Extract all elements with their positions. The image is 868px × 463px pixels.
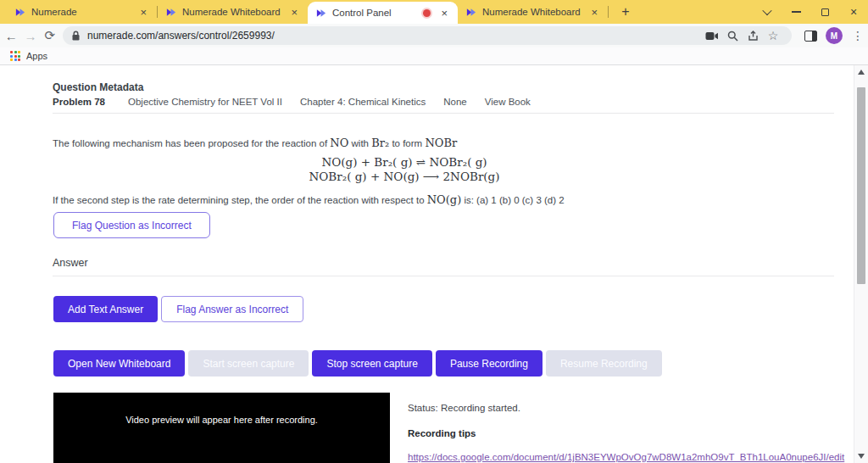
question-metadata-row: Problem 78 Objective Chemistry for NEET … — [53, 97, 531, 107]
recording-tips-heading: Recording tips — [408, 428, 832, 438]
recording-controls: Open New Whiteboard Start screen capture… — [53, 350, 662, 377]
lock-icon — [71, 31, 81, 42]
text-fragment: is: (a) 1 (b) 0 (c) 3 (d) 2 — [461, 195, 564, 205]
browser-toolbar: ← → ⟳ numerade.com/answers/control/26599… — [0, 24, 868, 47]
start-screen-capture-button[interactable]: Start screen capture — [188, 350, 309, 377]
tab-close-icon[interactable]: × — [438, 7, 450, 20]
video-preview-placeholder: Video preview will appear here after rec… — [53, 415, 390, 425]
flag-question-button[interactable]: Flag Question as Incorrect — [53, 212, 210, 238]
tab-search-chevron-icon[interactable] — [753, 0, 782, 24]
tab-numerade[interactable]: Numerade × — [7, 0, 157, 24]
tab-whiteboard-2[interactable]: Numerade Whiteboard × — [458, 0, 608, 24]
window-minimize-button[interactable] — [782, 0, 810, 24]
tab-strip: Numerade × Numerade Whiteboard × Control… — [0, 0, 868, 24]
forward-icon[interactable]: → — [23, 25, 39, 46]
problem-number: Problem 78 — [53, 97, 105, 107]
tab-close-icon[interactable]: × — [288, 6, 300, 19]
text-fragment: with — [348, 138, 371, 148]
numerade-favicon-icon — [465, 7, 476, 18]
tabstrip-left-pad — [0, 0, 7, 24]
text-fragment: to form — [389, 138, 425, 148]
recording-status: Status: Recording started. — [408, 403, 832, 413]
tab-close-icon[interactable]: × — [588, 6, 600, 19]
window-controls: × — [753, 0, 868, 24]
scrollbar-down-icon[interactable] — [858, 454, 865, 459]
tab-title: Numerade Whiteboard — [482, 7, 582, 17]
control-panel-page: Question Metadata Problem 78 Objective C… — [0, 65, 854, 463]
stop-screen-capture-button[interactable]: Stop screen capture — [312, 350, 431, 377]
bookmark-star-icon[interactable]: ☆ — [763, 26, 783, 45]
address-bar[interactable]: numerade.com/answers/control/2659993/ ☆ — [63, 26, 792, 45]
math-fragment: NO — [330, 137, 348, 149]
math-fragment: NOBr — [425, 137, 457, 149]
equation-line: NO(g) + Br₂( g) ⇌ NOBr₂( g) — [53, 155, 756, 170]
page-scrollbar[interactable] — [854, 65, 868, 463]
toolbar-right: M ⋮ — [800, 26, 868, 45]
status-panel: Status: Recording started. Recording tip… — [408, 403, 832, 462]
add-text-answer-button[interactable]: Add Text Answer — [53, 296, 158, 322]
recording-indicator-icon — [423, 9, 431, 17]
numerade-favicon-icon — [165, 7, 176, 18]
profile-avatar[interactable]: M — [826, 27, 843, 44]
divider — [53, 276, 834, 276]
chapter-title: Chapter 4: Chemical Kinetics — [300, 97, 426, 107]
math-fragment: NO(g) — [427, 193, 462, 206]
equation-line: NOBr₂( g) + NO(g) ⟶ 2NOBr(g) — [53, 170, 756, 184]
pause-recording-button[interactable]: Pause Recording — [436, 350, 542, 377]
text-fragment: The following mechanism has been propose… — [53, 138, 330, 148]
apps-grid-icon — [10, 51, 20, 61]
view-book-link[interactable]: View Book — [485, 97, 531, 107]
tab-whiteboard-1[interactable]: Numerade Whiteboard × — [158, 0, 308, 24]
share-icon[interactable] — [743, 26, 763, 45]
bookmark-apps[interactable]: Apps — [26, 51, 47, 61]
recording-tips-link[interactable]: https://docs.google.com/document/d/1jBN3… — [408, 452, 844, 462]
window-close-button[interactable]: × — [839, 0, 868, 24]
flag-answer-button[interactable]: Flag Answer as Incorrect — [161, 296, 303, 322]
tab-media-camera-icon[interactable] — [702, 26, 722, 45]
scrollbar-up-icon[interactable] — [858, 70, 865, 75]
tab-control-panel-active[interactable]: Control Panel × — [308, 2, 458, 24]
window-maximize-button[interactable] — [810, 0, 839, 24]
resume-recording-button[interactable]: Resume Recording — [546, 350, 662, 377]
numerade-favicon-icon — [14, 7, 25, 18]
open-new-whiteboard-button[interactable]: Open New Whiteboard — [53, 350, 185, 377]
side-panel-icon[interactable] — [800, 26, 821, 45]
divider — [53, 113, 834, 114]
question-intro: The following mechanism has been propose… — [53, 137, 756, 149]
tab-close-icon[interactable]: × — [137, 6, 149, 19]
math-fragment: Br₂ — [371, 137, 389, 149]
answer-heading: Answer — [53, 257, 88, 269]
numerade-favicon-icon — [315, 8, 326, 19]
reload-icon[interactable]: ⟳ — [42, 25, 58, 46]
browser-window: Numerade × Numerade Whiteboard × Control… — [0, 0, 868, 463]
text-fragment: If the second step is the rate determini… — [53, 195, 427, 205]
tab-separator — [608, 6, 609, 18]
bookmarks-bar: Apps — [0, 47, 868, 65]
tab-title: Numerade Whiteboard — [182, 7, 282, 17]
metadata-extra: None — [443, 97, 467, 107]
menu-kebab-icon[interactable]: ⋮ — [848, 26, 868, 45]
tab-title: Control Panel — [332, 8, 417, 18]
url-text: numerade.com/answers/control/2659993/ — [87, 30, 702, 42]
answer-actions: Add Text Answer Flag Answer as Incorrect — [53, 296, 303, 322]
tab-title: Numerade — [31, 7, 131, 17]
reaction-equations: NO(g) + Br₂( g) ⇌ NOBr₂( g)NOBr₂( g) + N… — [53, 155, 756, 184]
back-icon[interactable]: ← — [3, 25, 19, 46]
question-metadata-heading: Question Metadata — [53, 81, 143, 93]
video-preview: Video preview will appear here after rec… — [53, 393, 390, 463]
new-tab-button[interactable]: + — [614, 0, 637, 24]
question-followup: If the second step is the rate determini… — [53, 193, 815, 206]
scrollbar-thumb[interactable] — [857, 87, 865, 284]
book-title: Objective Chemistry for NEET Vol II — [128, 97, 282, 107]
zoom-icon[interactable] — [722, 26, 743, 45]
